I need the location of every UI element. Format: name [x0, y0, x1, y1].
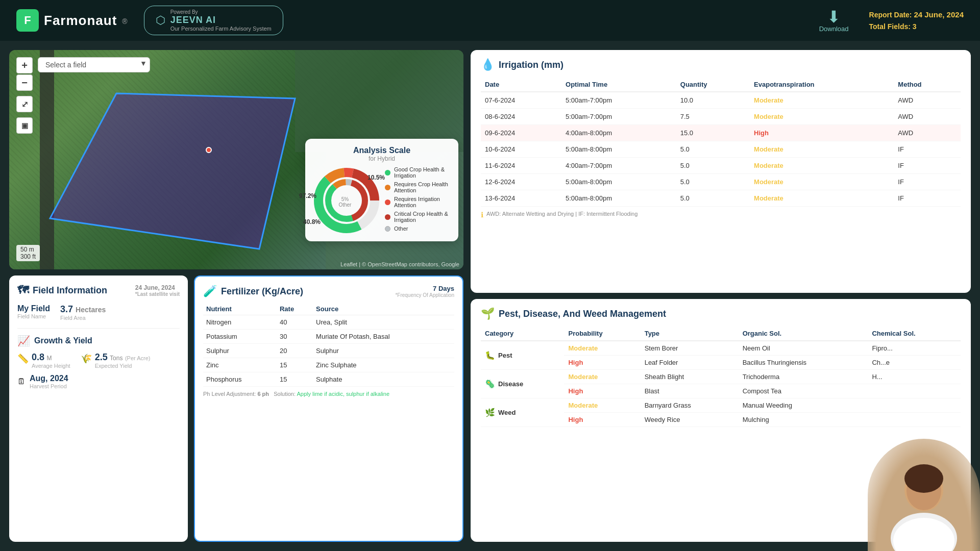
- irr-qty: 10.0: [676, 92, 750, 109]
- irr-et: High: [750, 125, 894, 141]
- donut-label-972: 97.2%: [299, 192, 316, 199]
- report-date-value: 24 June, 2024: [914, 10, 964, 19]
- growth-yield-title: 📈 Growth & Yield: [17, 335, 180, 347]
- fert-source: Muriate Of Potash, Basal: [313, 330, 454, 344]
- bottom-panels: 🗺 Field Information 24 June, 2024 *Last …: [9, 276, 463, 542]
- irr-time: 4:00am-8:00pm: [561, 125, 676, 141]
- irrigation-row: 08-6-2024 5:00am-7:00pm 7.5 Moderate AWD: [481, 109, 961, 125]
- donut-label-5other: 5%Other: [338, 196, 351, 208]
- pest-type: Sheath Blight: [641, 370, 739, 384]
- growth-yield-section: 📈 Growth & Yield 📏 0.8 M Average Hei: [17, 328, 180, 389]
- harvest-period-val: Aug, 2024: [30, 374, 68, 383]
- pest-disease-table: Category Probability Type Organic Sol. C…: [481, 327, 961, 427]
- irr-col-date: Date: [481, 78, 561, 92]
- irrigation-table: Date Optimal Time Quantity Evapotranspir…: [481, 78, 961, 207]
- scale-feet: 300 ft: [20, 253, 36, 260]
- irr-col-et: Evapotranspiration: [750, 78, 894, 92]
- expected-yield-metric: 🌾 2.5 Tons (Per Acre) Expected Yield: [81, 352, 151, 369]
- irr-date: 13-6-2024: [481, 190, 561, 207]
- fertilizer-days: 7 Days *Frequency Of Application: [395, 285, 454, 298]
- legend-dot-other: [385, 226, 390, 232]
- irr-date: 12-6-2024: [481, 174, 561, 190]
- fert-source: Sulphur: [313, 344, 454, 358]
- fert-col-nutrient: Nutrient: [203, 303, 277, 315]
- pest-organic: Bacillus Thuringiensis: [739, 356, 868, 370]
- field-select[interactable]: Select a field: [38, 57, 150, 72]
- svg-marker-3: [50, 93, 295, 249]
- pest-col-organic: Organic Sol.: [739, 327, 868, 341]
- irrigation-row: 09-6-2024 4:00am-8:00pm 15.0 High AWD: [481, 125, 961, 141]
- pest-organic: Mulching: [739, 413, 868, 427]
- height-icon: 📏: [17, 353, 29, 364]
- expected-yield-val: 2.5: [95, 352, 108, 362]
- pest-organic: Neem Oil: [739, 341, 868, 356]
- download-button[interactable]: ⬇ Download: [819, 9, 849, 33]
- map-section: + − ⤢ ▣ Select a field ▼ 50 m 300 ft Lea…: [9, 50, 463, 542]
- avg-height-label: Average Height: [32, 363, 70, 369]
- pest-col-chemical: Chemical Sol.: [868, 327, 961, 341]
- map-container[interactable]: + − ⤢ ▣ Select a field ▼ 50 m 300 ft Lea…: [9, 50, 463, 269]
- legend-item-requires-crop: Requires Crop Health Attention: [385, 181, 450, 193]
- irr-col-time: Optimal Time: [561, 78, 676, 92]
- legend-label-good: Good Crop Health & Irrigation: [394, 166, 450, 179]
- report-info: Report Date: 24 June, 2024 Total Fields:…: [869, 9, 964, 32]
- fertilizer-panel: 🧪 Fertilizer (Kg/Acre) 7 Days *Frequency…: [194, 276, 463, 542]
- irr-date: 07-6-2024: [481, 92, 561, 109]
- donut-label-105: 10.5%: [368, 174, 385, 181]
- map-controls: + − ⤢ ▣: [16, 57, 33, 134]
- pest-chemical: [868, 398, 961, 413]
- expected-yield-label: Expected Yield: [95, 363, 151, 369]
- field-area-label: Field Area: [60, 315, 106, 321]
- irrigation-row: 13-6-2024 5:00am-8:00pm 5.0 Moderate IF: [481, 190, 961, 207]
- fertilizer-icon: 🧪: [203, 285, 217, 298]
- irr-method: IF: [894, 141, 961, 158]
- irr-et: Moderate: [750, 174, 894, 190]
- irr-qty: 5.0: [676, 158, 750, 174]
- map-background: + − ⤢ ▣ Select a field ▼ 50 m 300 ft Lea…: [9, 50, 463, 269]
- field-info-title-text: Field Information: [33, 285, 107, 296]
- fertilizer-row: Nitrogen 40 Urea, Split: [203, 315, 454, 330]
- legend-dot-requires-irr: [385, 199, 390, 205]
- avg-height-val: 0.8: [32, 352, 44, 362]
- legend-item-critical: Critical Crop Health & Irrigation: [385, 211, 450, 223]
- total-fields-label: Total Fields:: [869, 22, 911, 31]
- harvest-period-row: 🗓 Aug, 2024 Harvest Period: [17, 374, 180, 389]
- irr-method: IF: [894, 174, 961, 190]
- right-column: 💧 Irrigation (mm) Date Optimal Time Quan…: [471, 50, 971, 542]
- field-info-panel: 🗺 Field Information 24 June, 2024 *Last …: [9, 276, 188, 542]
- legend-dot-requires-crop: [385, 185, 390, 190]
- field-name-label: Field Name: [17, 313, 50, 319]
- irr-method: IF: [894, 158, 961, 174]
- irr-et: Moderate: [750, 190, 894, 207]
- irr-method: IF: [894, 190, 961, 207]
- field-area-item: 3.7 Hectares Field Area: [60, 304, 106, 321]
- fertilizer-title: 🧪 Fertilizer (Kg/Acre): [203, 285, 303, 298]
- fert-rate: 15: [277, 358, 313, 372]
- fert-source: Zinc Sulphate: [313, 358, 454, 372]
- fert-nutrient: Nitrogen: [203, 315, 277, 330]
- irr-time: 5:00am-8:00pm: [561, 141, 676, 158]
- zoom-in-button[interactable]: +: [16, 57, 33, 73]
- irrigation-title: 💧 Irrigation (mm): [481, 58, 961, 71]
- pest-disease-panel: 🌱 Pest, Disease, And Weed Management Cat…: [471, 299, 971, 542]
- report-date-label: Report Date:: [869, 11, 912, 19]
- zoom-out-button[interactable]: −: [16, 74, 33, 91]
- total-fields-value: 3: [913, 22, 917, 31]
- jeevn-powered-text: Powered By JEEVN AI Our Personalized Far…: [170, 9, 272, 32]
- map-layer-button[interactable]: ▣: [16, 117, 33, 134]
- harvest-period-label: Harvest Period: [30, 383, 68, 389]
- legend-item-requires-irr: Requires Irrigation Attention: [385, 196, 450, 208]
- expected-yield-per: (Per Acre): [125, 355, 151, 361]
- fert-rate: 20: [277, 344, 313, 358]
- donut-chart: 97.2% 10.5% 40.8% 5%Other: [313, 167, 380, 234]
- irr-time: 5:00am-7:00pm: [561, 92, 676, 109]
- pest-probability: Moderate: [564, 398, 640, 413]
- map-expand-button[interactable]: ⤢: [16, 96, 33, 112]
- map-marker: [206, 147, 212, 153]
- harvest-icon: 🗓: [17, 377, 26, 386]
- pest-type: Leaf Folder: [641, 356, 739, 370]
- app-name: Farmonaut: [44, 13, 117, 29]
- pest-chemical: [868, 413, 961, 427]
- pest-disease-title: 🌱 Pest, Disease, And Weed Management: [481, 307, 961, 320]
- fert-rate: 15: [277, 372, 313, 387]
